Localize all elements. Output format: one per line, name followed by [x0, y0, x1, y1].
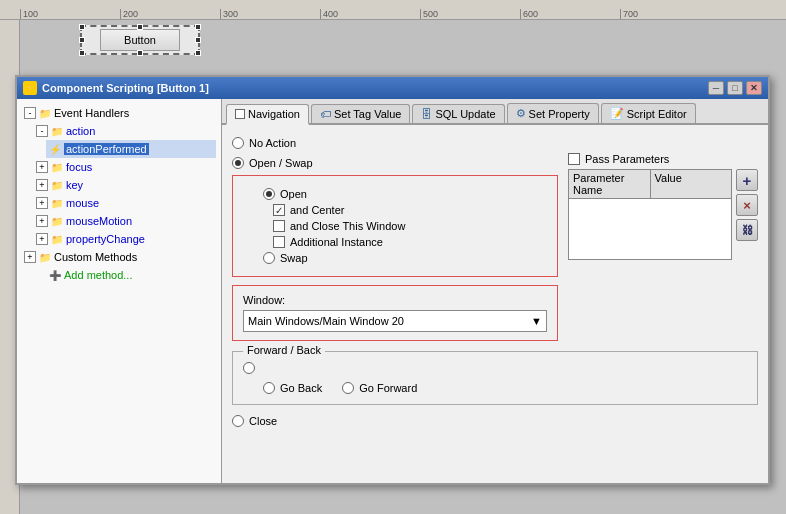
icon-actionperformed: ⚡ [48, 142, 62, 156]
tab-set-property[interactable]: ⚙ Set Property [507, 103, 599, 123]
checkbox-additional-instance-label: Additional Instance [290, 236, 383, 248]
radio-open-swap-btn[interactable] [232, 157, 244, 169]
tree-item-focus[interactable]: + 📁 focus [34, 158, 216, 176]
tab-checkbox-navigation[interactable] [235, 109, 245, 119]
ruler-mark-100: 100 [20, 9, 120, 19]
remove-param-button[interactable]: × [736, 194, 758, 216]
tree-expand-root[interactable]: - [24, 107, 36, 119]
folder-icon-propertychange: 📁 [50, 232, 64, 246]
tree-item-propertychange[interactable]: + 📁 propertyChange [34, 230, 216, 248]
window-dropdown[interactable]: Main Windows/Main Window 20 ▼ [243, 310, 547, 332]
radio-close-btn[interactable] [232, 415, 244, 427]
add-param-button[interactable]: + [736, 169, 758, 191]
radio-go-forward-btn[interactable] [342, 382, 354, 394]
dropdown-row: Main Windows/Main Window 20 ▼ [243, 310, 547, 332]
handle-tm[interactable] [137, 24, 143, 30]
checkbox-and-center-box[interactable] [273, 204, 285, 216]
tab-label-navigation: Navigation [248, 108, 300, 120]
handle-ml[interactable] [79, 37, 85, 43]
params-header: Pass Parameters [568, 153, 758, 165]
radio-close[interactable]: Close [232, 415, 758, 427]
checkbox-additional-instance[interactable]: Additional Instance [273, 236, 547, 248]
ruler-mark-600: 600 [520, 9, 620, 19]
radio-close-label: Close [249, 415, 277, 427]
tree-item-custommethods[interactable]: + 📁 Custom Methods [22, 248, 216, 266]
minimize-button[interactable]: ─ [708, 81, 724, 95]
radio-go-back[interactable]: Go Back [263, 382, 322, 394]
radio-go-forward-label: Go Forward [359, 382, 417, 394]
tree-root[interactable]: - 📁 Event Handlers [22, 104, 216, 122]
dialog-title-left: ⚡ Component Scripting [Button 1] [23, 81, 209, 95]
window-dropdown-value: Main Windows/Main Window 20 [248, 315, 404, 327]
radio-group-forward-back: Go Back Go Forward [243, 378, 747, 398]
radio-swap[interactable]: Swap [263, 252, 547, 264]
tree-item-mouse[interactable]: + 📁 mouse [34, 194, 216, 212]
tree-item-addmethod[interactable]: ➕ Add method... [46, 266, 216, 284]
left-panel: - 📁 Event Handlers - 📁 action ⚡ actionPe… [17, 99, 222, 483]
pass-params-checkbox[interactable] [568, 153, 580, 165]
radio-go-forward[interactable]: Go Forward [342, 382, 417, 394]
tree-label-mousemotion: mouseMotion [66, 215, 132, 227]
tree-expand-key[interactable]: + [36, 179, 48, 191]
close-section: Close [232, 415, 758, 427]
radio-no-action-label: No Action [249, 137, 296, 149]
radio-forward-back-btn[interactable] [243, 362, 255, 374]
handle-bl[interactable] [79, 50, 85, 56]
radio-open-swap-label: Open / Swap [249, 157, 313, 169]
tree-expand-propertychange[interactable]: + [36, 233, 48, 245]
tree-expand-focus[interactable]: + [36, 161, 48, 173]
tab-sql-update[interactable]: 🗄 SQL Update [412, 104, 504, 123]
tree-label-action: action [66, 125, 95, 137]
ruler-mark-400: 400 [320, 9, 420, 19]
dialog-window: ⚡ Component Scripting [Button 1] ─ □ ✕ -… [15, 75, 770, 485]
tree-label-key: key [66, 179, 83, 191]
icon-addmethod: ➕ [48, 268, 62, 282]
handle-bm[interactable] [137, 50, 143, 56]
group-box-open-swap: Open and Center and Close This Window [232, 175, 558, 277]
radio-open-btn[interactable] [263, 188, 275, 200]
params-table-header: Parameter Name Value [569, 170, 731, 199]
handle-tl[interactable] [79, 24, 85, 30]
radio-go-back-btn[interactable] [263, 382, 275, 394]
pass-params-panel: Pass Parameters Parameter Name Value [568, 153, 758, 341]
checkbox-and-center[interactable]: and Center [273, 204, 547, 216]
tab-navigation[interactable]: Navigation [226, 104, 309, 125]
widget-button-label: Button [100, 29, 180, 51]
tree-item-mousemotion[interactable]: + 📁 mouseMotion [34, 212, 216, 230]
handle-mr[interactable] [195, 37, 201, 43]
tree-item-action[interactable]: - 📁 action [34, 122, 216, 140]
dialog-content: - 📁 Event Handlers - 📁 action ⚡ actionPe… [17, 99, 768, 483]
tree-item-key[interactable]: + 📁 key [34, 176, 216, 194]
handle-tr[interactable] [195, 24, 201, 30]
tree-expand-action[interactable]: - [36, 125, 48, 137]
handle-br[interactable] [195, 50, 201, 56]
tree-expand-mousemotion[interactable]: + [36, 215, 48, 227]
tab-script-editor[interactable]: 📝 Script Editor [601, 103, 696, 123]
radio-no-action[interactable]: No Action [232, 137, 758, 149]
checkbox-close-window-box[interactable] [273, 220, 285, 232]
ruler-mark-700: 700 [620, 9, 720, 19]
chain-param-button[interactable]: ⛓ [736, 219, 758, 241]
tab-icon-sql-update: 🗄 [421, 108, 432, 120]
content-left: Open / Swap Open and [232, 153, 558, 341]
tab-set-tag-value[interactable]: 🏷 Set Tag Value [311, 104, 410, 123]
tree-expand-mouse[interactable]: + [36, 197, 48, 209]
checkbox-close-window[interactable]: and Close This Window [273, 220, 547, 232]
tree-expand-custommethods[interactable]: + [24, 251, 36, 263]
folder-icon-custommethods: 📁 [38, 250, 52, 264]
tab-label-set-tag-value: Set Tag Value [334, 108, 401, 120]
tree-item-actionperformed[interactable]: ⚡ actionPerformed [46, 140, 216, 158]
radio-open-swap[interactable]: Open / Swap [232, 157, 558, 169]
radio-no-action-btn[interactable] [232, 137, 244, 149]
radio-swap-btn[interactable] [263, 252, 275, 264]
folder-icon-mouse: 📁 [50, 196, 64, 210]
checkbox-additional-instance-box[interactable] [273, 236, 285, 248]
window-section: Window: Main Windows/Main Window 20 ▼ [232, 285, 558, 341]
tabs-row: Navigation 🏷 Set Tag Value 🗄 SQL Update … [222, 99, 768, 125]
maximize-button[interactable]: □ [727, 81, 743, 95]
widget-button[interactable]: Button [80, 25, 200, 55]
folder-icon-action: 📁 [50, 124, 64, 138]
radio-open[interactable]: Open [263, 188, 547, 200]
tab-label-sql-update: SQL Update [435, 108, 495, 120]
close-button[interactable]: ✕ [746, 81, 762, 95]
